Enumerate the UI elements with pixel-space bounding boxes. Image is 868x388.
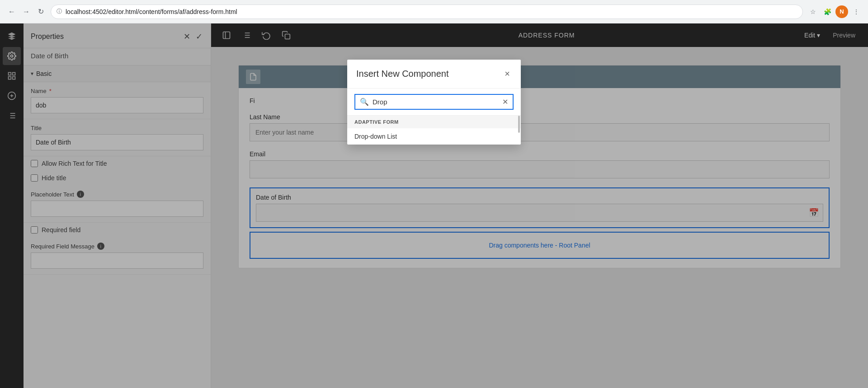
modal-overlay: Insert New Component × 🔍 ✕ ADAPTIVE FORM… <box>0 23 868 388</box>
nav-buttons: ← → ↻ <box>5 5 47 18</box>
address-bar[interactable]: ⓘ localhost:4502/editor.html/content/for… <box>51 5 803 19</box>
extensions-button[interactable]: 🧩 <box>821 5 834 18</box>
modal-results: ADAPTIVE FORM Drop-down List <box>347 116 521 145</box>
bookmark-button[interactable]: ☆ <box>807 5 819 18</box>
url-text: localhost:4502/editor.html/content/forms… <box>66 8 797 15</box>
user-avatar[interactable]: N <box>835 5 848 18</box>
modal-search-inner: 🔍 ✕ <box>354 94 514 110</box>
modal-header: Insert New Component × <box>347 60 521 89</box>
chrome-actions: ☆ 🧩 N ⋮ <box>807 5 863 18</box>
refresh-button[interactable]: ↻ <box>34 5 47 18</box>
menu-button[interactable]: ⋮ <box>850 5 863 18</box>
insert-component-modal: Insert New Component × 🔍 ✕ ADAPTIVE FORM… <box>347 60 521 145</box>
modal-title: Insert New Component <box>356 69 449 79</box>
search-input[interactable] <box>373 98 499 106</box>
modal-scrollbar[interactable] <box>518 116 520 133</box>
search-clear-button[interactable]: ✕ <box>502 98 508 106</box>
forward-button[interactable]: → <box>20 5 33 18</box>
dropdown-list-result[interactable]: Drop-down List <box>347 128 521 145</box>
browser-chrome: ← → ↻ ⓘ localhost:4502/editor.html/conte… <box>0 0 868 23</box>
search-icon: 🔍 <box>360 98 369 106</box>
results-category: ADAPTIVE FORM <box>347 116 521 128</box>
address-info-icon: ⓘ <box>57 8 62 15</box>
modal-search: 🔍 ✕ <box>347 89 521 116</box>
modal-close-button[interactable]: × <box>503 67 512 81</box>
back-button[interactable]: ← <box>5 5 18 18</box>
